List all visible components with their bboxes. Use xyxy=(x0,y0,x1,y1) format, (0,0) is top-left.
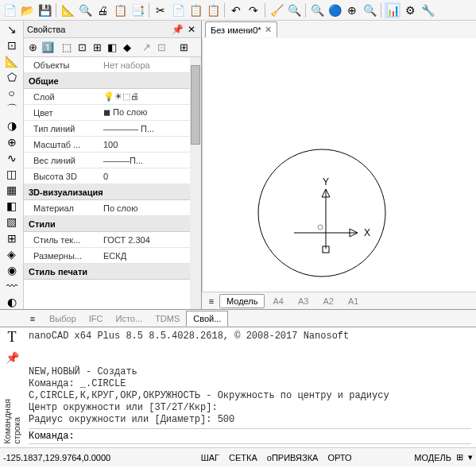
objects-value[interactable]: Нет набора xyxy=(100,60,201,70)
document-tabs: Без имени0* ✕ xyxy=(202,21,476,38)
batch-icon[interactable]: 📋 xyxy=(112,2,128,18)
ltscale-value[interactable]: 100 xyxy=(100,140,201,149)
material-value[interactable]: По слою xyxy=(100,203,201,213)
region-icon[interactable]: ▧ xyxy=(3,215,21,229)
circle-icon[interactable]: ○ xyxy=(3,87,21,100)
match-icon[interactable]: 📋 xyxy=(205,2,221,18)
new-icon[interactable]: 📄 xyxy=(2,2,17,18)
close-icon[interactable]: ✕ xyxy=(185,23,198,36)
tools-icon[interactable]: 🔧 xyxy=(420,2,435,18)
layer-label: Слой xyxy=(24,92,100,102)
command-prompt: Команда: xyxy=(29,431,75,442)
cat-styles[interactable]: Стили− xyxy=(24,216,201,232)
redo-icon[interactable]: ↷ xyxy=(246,2,261,18)
tab-tdms[interactable]: TDMS xyxy=(149,311,186,326)
drawing-canvas[interactable]: X Y xyxy=(202,38,476,292)
pline-icon[interactable]: 📐 xyxy=(3,54,21,68)
zoom-sel-icon[interactable]: 🔍 xyxy=(362,2,377,18)
tab-close-icon[interactable]: ✕ xyxy=(265,25,272,35)
undo-icon[interactable]: ↶ xyxy=(228,2,244,18)
zoom-ext-icon[interactable]: ⊕ xyxy=(344,2,360,18)
ptb-icon-2[interactable]: ⬚ xyxy=(60,41,74,55)
textstyle-value[interactable]: ГОСТ 2.304 xyxy=(100,235,201,245)
mode-snap[interactable]: ШАГ xyxy=(201,453,219,462)
ptb-icon-0[interactable]: ⊕ xyxy=(25,41,40,55)
ptb-icon-9[interactable]: ⊞ xyxy=(176,41,191,55)
property-grid: Объекты Нет набора Общие− Слой 💡☀⬚🖨 Цвет… xyxy=(24,57,201,309)
menu-icon[interactable]: ▾ xyxy=(468,452,473,462)
revcloud-icon[interactable]: 〰 xyxy=(3,280,21,293)
ptb-icon-1[interactable]: 1️⃣ xyxy=(41,41,55,55)
color-value[interactable]: ◼ По слою xyxy=(100,107,201,118)
linetype-value[interactable]: ———— П... xyxy=(100,124,201,133)
panel-tabs-icon[interactable]: ≡ xyxy=(24,311,41,326)
svg-point-5 xyxy=(318,225,323,230)
tab-properties[interactable]: Свой... xyxy=(186,311,228,327)
coordinates: -125.1837,129.9764,0.0000 xyxy=(3,453,138,462)
ptb-icon-5[interactable]: ◧ xyxy=(105,41,119,55)
mode-grid[interactable]: СЕТКА xyxy=(229,453,257,462)
block-icon[interactable]: ◈ xyxy=(3,247,21,261)
save-icon[interactable]: 💾 xyxy=(37,2,52,18)
cat-general[interactable]: Общие− xyxy=(24,73,201,89)
ptb-icon-6[interactable]: ◆ xyxy=(120,41,134,55)
paste-icon[interactable]: 📋 xyxy=(188,2,203,18)
settings-icon[interactable]: ⚙ xyxy=(402,2,418,18)
circle-entity[interactable] xyxy=(258,149,385,277)
text-tool-icon[interactable]: T xyxy=(4,329,20,345)
pin-icon[interactable]: 📌 xyxy=(171,23,184,36)
find-icon[interactable]: 🔍 xyxy=(286,2,302,18)
pin-cmd-icon[interactable]: 📌 xyxy=(4,350,20,365)
hatch2-icon[interactable]: ▦ xyxy=(3,184,21,197)
canvas-area: Без имени0* ✕ X Y ≡ xyxy=(202,21,476,309)
wipeout-icon[interactable]: ◐ xyxy=(3,296,21,309)
open-icon[interactable]: 📂 xyxy=(19,2,35,18)
lineweight-value[interactable]: ———П... xyxy=(100,156,201,165)
ucs-icon: X Y xyxy=(294,176,370,253)
doc-tab-label: Без имени0* xyxy=(211,25,261,35)
zoom-in-icon[interactable]: 🔵 xyxy=(327,2,342,18)
tab-history[interactable]: Исто... xyxy=(110,311,149,326)
copy-icon[interactable]: 📄 xyxy=(170,2,186,18)
space-model[interactable]: МОДЕЛЬ xyxy=(414,453,451,462)
preview-icon[interactable]: 🔍 xyxy=(77,2,93,18)
plot-icon[interactable]: 📐 xyxy=(60,2,75,18)
print-icon[interactable]: 🖨 xyxy=(95,2,110,18)
gradient-icon[interactable]: ◧ xyxy=(3,199,21,213)
scrollbar[interactable] xyxy=(190,57,201,309)
cat-print[interactable]: Стиль печати− xyxy=(24,264,201,280)
hatch-icon[interactable]: ◫ xyxy=(3,167,21,180)
line-icon[interactable]: ↘ xyxy=(3,22,21,36)
props-icon[interactable]: 📊 xyxy=(385,2,401,18)
tab-select[interactable]: Выбор xyxy=(43,311,83,326)
point-icon[interactable]: ⊕ xyxy=(3,135,21,149)
layer-value[interactable]: 💡☀⬚🖨 xyxy=(100,91,201,102)
zoom-icon[interactable]: 🔍 xyxy=(309,2,325,18)
textstyle-label: Стиль тек... xyxy=(24,235,100,245)
spline-icon[interactable]: ∿ xyxy=(3,151,21,164)
erase-icon[interactable]: 🧹 xyxy=(269,2,284,18)
tab-ifc[interactable]: IFC xyxy=(83,311,110,326)
mode-ortho[interactable]: ОРТО xyxy=(327,453,351,462)
polygon-icon[interactable]: ⬠ xyxy=(3,71,21,84)
dimstyle-label: Размерны... xyxy=(24,251,100,261)
thickness-value[interactable]: 0 xyxy=(100,172,201,181)
table-icon[interactable]: ⊞ xyxy=(3,231,21,245)
ptb-icon-3[interactable]: ⊡ xyxy=(75,41,89,55)
ptb-icon-7[interactable]: ↗ xyxy=(139,41,153,55)
cut-icon[interactable]: ✂ xyxy=(153,2,168,18)
command-input[interactable] xyxy=(75,431,471,442)
ellipse-icon[interactable]: ◑ xyxy=(3,119,21,133)
publish-icon[interactable]: 📑 xyxy=(130,2,145,18)
cat-3d[interactable]: 3D-визуализация− xyxy=(24,184,201,200)
rect-icon[interactable]: ⊡ xyxy=(3,38,21,52)
ptb-icon-4[interactable]: ⊞ xyxy=(90,41,104,55)
ptb-icon-8[interactable]: ⊡ xyxy=(154,41,168,55)
tile-icon[interactable]: ⊞ xyxy=(456,452,463,462)
mode-osnap[interactable]: оПРИВЯЗКА xyxy=(267,453,319,462)
scrollbar-thumb[interactable] xyxy=(191,65,200,145)
donut-icon[interactable]: ◉ xyxy=(3,263,21,277)
doc-tab-active[interactable]: Без имени0* ✕ xyxy=(205,21,277,37)
dimstyle-value[interactable]: ЕСКД xyxy=(100,251,201,261)
arc-icon[interactable]: ⌒ xyxy=(3,102,21,117)
